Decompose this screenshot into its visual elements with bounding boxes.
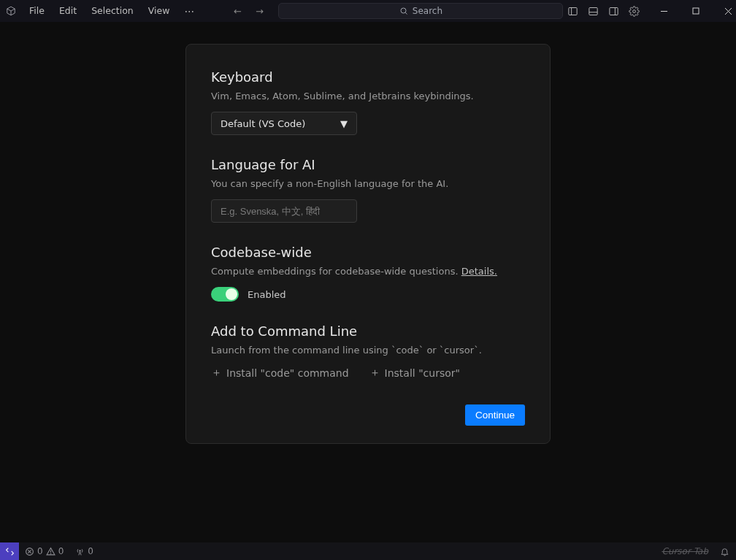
toggle-knob [226, 288, 237, 300]
status-notifications[interactable] [714, 542, 736, 560]
menu-edit[interactable]: Edit [53, 2, 83, 20]
plus-icon: ＋ [211, 366, 222, 380]
menu-view[interactable]: View [142, 2, 176, 20]
window-maximize[interactable] [680, 0, 712, 22]
svg-rect-4 [589, 7, 597, 15]
toggle-secondary-sidebar-icon[interactable] [604, 0, 623, 22]
window-controls [648, 0, 736, 22]
menu-bar: File Edit Selection View ⋯ [23, 2, 201, 20]
warning-icon [46, 547, 55, 556]
settings-gear-icon[interactable] [624, 0, 643, 22]
keyboard-desc: Vim, Emacs, Atom, Sublime, and Jetbrains… [211, 91, 525, 101]
keyboard-select-value: Default (VS Code) [221, 118, 305, 129]
status-cursor-tab[interactable]: Cursor Tab [656, 542, 714, 560]
statusbar: 0 0 0 Cursor Tab [0, 542, 736, 560]
section-cli: Add to Command Line Launch from the comm… [211, 323, 525, 380]
svg-point-0 [401, 8, 406, 13]
install-cursor-label: Install "cursor" [385, 367, 460, 379]
editor-area: Keyboard Vim, Emacs, Atom, Sublime, and … [0, 22, 736, 542]
continue-button[interactable]: Continue [465, 404, 525, 426]
plus-icon: ＋ [369, 366, 380, 380]
radio-tower-icon [75, 547, 85, 556]
card-footer: Continue [211, 404, 525, 426]
status-cursor-tab-label: Cursor Tab [662, 546, 708, 556]
nav-forward[interactable]: → [250, 6, 268, 17]
status-problems[interactable]: 0 0 [19, 542, 69, 560]
install-code-button[interactable]: ＋ Install "code" command [211, 366, 349, 380]
remote-button[interactable] [0, 542, 19, 560]
keyboard-select[interactable]: Default (VS Code) ▼ [211, 112, 357, 135]
command-center-search[interactable]: Search [278, 3, 563, 19]
cli-desc: Launch from the command line using `code… [211, 345, 525, 356]
language-title: Language for AI [211, 157, 525, 172]
keyboard-title: Keyboard [211, 69, 525, 85]
status-warnings-count: 0 [58, 546, 64, 556]
status-ports[interactable]: 0 [69, 542, 99, 560]
menu-selection[interactable]: Selection [85, 2, 139, 20]
menu-file[interactable]: File [23, 2, 50, 20]
section-language: Language for AI You can specify a non-En… [211, 157, 525, 223]
toggle-panel-icon[interactable] [583, 0, 602, 22]
svg-rect-10 [693, 8, 699, 14]
svg-line-20 [80, 551, 82, 555]
language-desc: You can specify a non-English language f… [211, 178, 525, 189]
bell-icon [720, 547, 729, 556]
chevron-down-icon: ▼ [340, 118, 348, 129]
svg-point-18 [80, 550, 81, 551]
toggle-primary-sidebar-icon[interactable] [563, 0, 582, 22]
svg-line-1 [405, 12, 407, 14]
install-cursor-button[interactable]: ＋ Install "cursor" [369, 366, 460, 380]
codebase-toggle-label: Enabled [248, 289, 286, 300]
search-placeholder: Search [413, 6, 442, 16]
language-input[interactable] [211, 199, 357, 223]
svg-rect-2 [569, 7, 577, 15]
nav-back[interactable]: ← [229, 6, 246, 17]
section-keyboard: Keyboard Vim, Emacs, Atom, Sublime, and … [211, 69, 525, 135]
codebase-toggle[interactable] [211, 287, 239, 302]
setup-card: Keyboard Vim, Emacs, Atom, Sublime, and … [185, 44, 551, 444]
codebase-desc: Compute embeddings for codebase-wide que… [211, 266, 525, 277]
svg-rect-6 [610, 7, 618, 15]
svg-point-8 [633, 9, 636, 12]
menu-more[interactable]: ⋯ [178, 2, 201, 20]
search-icon [399, 7, 408, 15]
codebase-title: Codebase-wide [211, 245, 525, 260]
cli-title: Add to Command Line [211, 323, 525, 339]
svg-point-17 [50, 553, 51, 553]
error-icon [25, 547, 34, 556]
layout-controls [563, 0, 643, 22]
app-icon [6, 5, 16, 17]
codebase-details-link[interactable]: Details. [461, 266, 497, 277]
status-errors-count: 0 [37, 546, 43, 556]
codebase-desc-text: Compute embeddings for codebase-wide que… [211, 266, 461, 277]
nav-arrows: ← → [229, 6, 268, 17]
install-code-label: Install "code" command [226, 367, 349, 379]
window-close[interactable] [712, 0, 736, 22]
status-ports-count: 0 [88, 546, 93, 556]
titlebar: File Edit Selection View ⋯ ← → Search [0, 0, 736, 22]
section-codebase: Codebase-wide Compute embeddings for cod… [211, 245, 525, 302]
window-minimize[interactable] [648, 0, 680, 22]
